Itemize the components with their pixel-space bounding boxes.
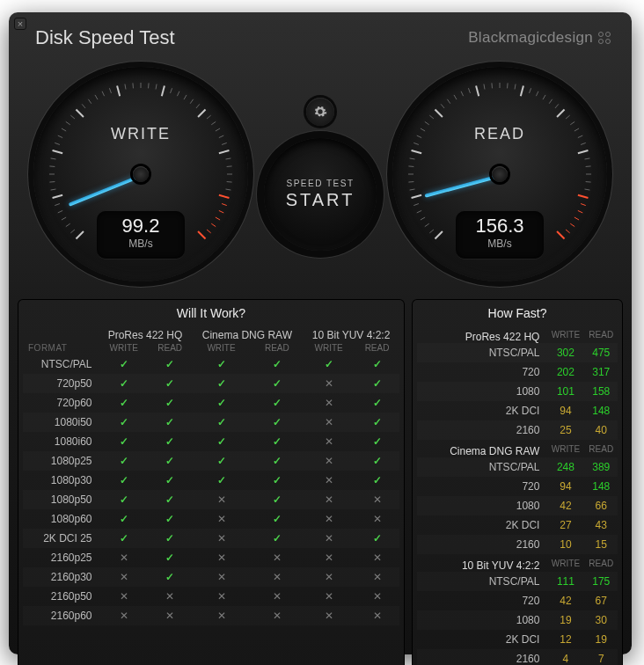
svg-line-0: [76, 231, 83, 238]
svg-line-49: [222, 204, 227, 206]
check-icon: ✓: [149, 413, 192, 432]
svg-line-6: [53, 195, 63, 198]
svg-line-80: [484, 84, 485, 90]
wiw-title: Will It Work?: [23, 306, 399, 325]
format-label: 720: [417, 591, 546, 610]
cross-icon: ✕: [192, 587, 252, 606]
read-fps: 67: [585, 591, 618, 610]
format-label: 1080i50: [23, 413, 99, 432]
cross-icon: ✕: [355, 490, 399, 509]
svg-line-87: [536, 91, 538, 96]
check-icon: ✓: [99, 432, 149, 451]
svg-line-35: [196, 104, 200, 108]
check-icon: ✓: [149, 471, 192, 490]
svg-line-46: [227, 182, 232, 183]
settings-button[interactable]: [306, 98, 334, 126]
svg-line-63: [408, 182, 413, 183]
check-icon: ✓: [355, 432, 399, 451]
gauge-hub-icon: [133, 166, 149, 182]
sub-header: WRITE: [546, 554, 584, 572]
svg-line-20: [88, 99, 91, 104]
svg-line-92: [566, 115, 570, 119]
read-fps: 475: [585, 343, 618, 362]
cross-icon: ✕: [192, 567, 252, 587]
svg-line-25: [125, 84, 126, 90]
format-label: 2160p50: [23, 587, 99, 606]
format-label: 2160: [417, 420, 546, 440]
format-label: 2160p60: [23, 606, 99, 625]
cross-icon: ✕: [149, 587, 192, 606]
gauges-row: WRITE 99.2 MB/s SPEED TEST START READ: [9, 58, 632, 296]
svg-line-61: [412, 195, 422, 198]
svg-line-23: [109, 88, 111, 93]
cross-icon: ✕: [303, 509, 355, 529]
sub-header: READ: [585, 440, 618, 457]
cross-icon: ✕: [303, 413, 355, 432]
read-fps: 158: [585, 382, 618, 401]
format-label: 2K DCI: [417, 630, 546, 649]
svg-line-42: [219, 150, 230, 153]
sub-header: WRITE: [99, 341, 149, 354]
check-icon: ✓: [303, 354, 355, 374]
check-icon: ✓: [252, 471, 304, 490]
table-row: 2160p25✕✓✕✕✕✕: [23, 548, 399, 567]
check-icon: ✓: [99, 354, 149, 374]
sub-header: WRITE: [192, 341, 252, 354]
read-fps: 19: [585, 630, 618, 649]
wiw-tbody: NTSC/PAL✓✓✓✓✓✓720p50✓✓✓✓✕✓720p60✓✓✓✓✕✓10…: [23, 354, 399, 625]
close-button[interactable]: ×: [14, 18, 26, 30]
app-window: × Disk Speed Test Blackmagicdesign WRITE…: [9, 12, 632, 654]
sub-header: READ: [149, 341, 192, 354]
hf-section-header: 10 Bit YUV 4:2:2WRITEREAD: [417, 554, 618, 572]
format-label: 2K DCI 25: [23, 529, 99, 548]
svg-line-24: [117, 86, 120, 97]
check-icon: ✓: [252, 490, 304, 509]
codec-header: ProRes 422 HQ: [99, 325, 192, 341]
svg-line-104: [581, 204, 586, 206]
cross-icon: ✕: [303, 548, 355, 567]
table-row: NTSC/PAL302475: [417, 343, 618, 362]
cross-icon: ✕: [192, 548, 252, 567]
table-row: 2160p50✕✕✕✕✕✕: [23, 587, 399, 606]
codec-header: 10 Bit YUV 4:2:2: [303, 325, 399, 341]
table-row: NTSC/PAL✓✓✓✓✓✓: [23, 354, 399, 374]
table-row: 21602540: [417, 420, 618, 440]
cross-icon: ✕: [192, 606, 252, 625]
check-icon: ✓: [149, 509, 192, 529]
write-fps: 111: [546, 572, 584, 591]
format-label: 2160: [417, 535, 546, 554]
format-label: NTSC/PAL: [23, 354, 99, 374]
table-row: 1080p50✓✓✕✓✕✕: [23, 490, 399, 509]
svg-line-31: [171, 88, 172, 93]
svg-line-1: [70, 230, 75, 233]
svg-line-22: [102, 91, 105, 96]
format-label: 2K DCI: [417, 515, 546, 535]
format-label: 720p60: [23, 393, 99, 413]
cross-icon: ✕: [99, 567, 149, 587]
table-row: 2K DCI 25✓✓✕✓✕✓: [23, 529, 399, 548]
read-fps: 389: [585, 457, 618, 477]
cross-icon: ✕: [149, 606, 192, 625]
read-fps: 43: [585, 515, 618, 535]
svg-line-78: [468, 88, 470, 93]
format-label: 1080p30: [23, 471, 99, 490]
svg-line-50: [219, 210, 223, 213]
format-label: 2160: [417, 649, 546, 665]
codec-header: Cinema DNG RAW: [192, 325, 304, 341]
svg-line-47: [226, 189, 231, 190]
hf-tbody: ProRes 422 HQWRITEREADNTSC/PAL3024757202…: [417, 325, 618, 665]
app-title: Disk Speed Test: [35, 26, 175, 49]
check-icon: ✓: [99, 374, 149, 393]
check-icon: ✓: [99, 529, 149, 548]
check-icon: ✓: [99, 413, 149, 432]
center-controls: SPEED TEST START: [264, 98, 377, 251]
format-label: NTSC/PAL: [417, 343, 546, 362]
write-fps: 42: [546, 591, 584, 610]
write-value: 99.2: [97, 211, 185, 238]
check-icon: ✓: [99, 490, 149, 509]
start-button[interactable]: SPEED TEST START: [264, 138, 377, 251]
cross-icon: ✕: [192, 490, 252, 509]
svg-line-108: [566, 230, 570, 233]
svg-line-48: [219, 195, 230, 198]
check-icon: ✓: [149, 529, 192, 548]
